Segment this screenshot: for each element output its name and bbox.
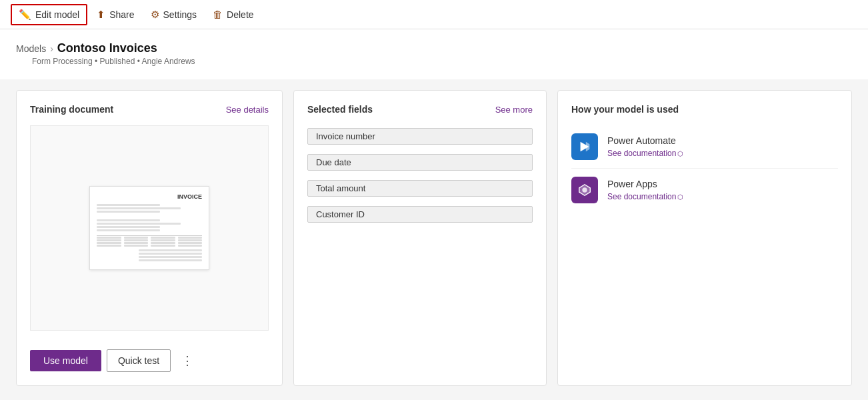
sub-author: Angie Andrews xyxy=(142,57,195,66)
edit-model-label: Edit model xyxy=(35,9,79,20)
power-apps-doc-label: See documentation xyxy=(607,192,676,201)
use-model-button[interactable]: Use model xyxy=(30,350,101,371)
power-apps-info: Power Apps See documentation ⬡ xyxy=(607,179,683,201)
power-apps-name: Power Apps xyxy=(607,179,683,189)
delete-icon: 🗑 xyxy=(213,9,223,20)
breadcrumb-separator: › xyxy=(50,43,53,54)
external-link-icon-2: ⬡ xyxy=(677,193,683,201)
usage-item-power-apps: Power Apps See documentation ⬡ xyxy=(571,169,838,211)
training-document-card: Training document See details INVOICE xyxy=(16,90,283,386)
svg-marker-1 xyxy=(586,142,590,152)
main-content: Training document See details INVOICE xyxy=(0,79,868,397)
usage-card: How your model is used Power Automate Se… xyxy=(557,90,852,386)
field-tag-customer-id: Customer ID xyxy=(307,206,533,223)
power-automate-name: Power Automate xyxy=(607,135,683,146)
breadcrumb-current: Contoso Invoices xyxy=(57,41,157,55)
quick-test-button[interactable]: Quick test xyxy=(107,349,171,372)
breadcrumb-sub: Form Processing • Published • Angie Andr… xyxy=(16,55,852,77)
sub-type: Form Processing xyxy=(32,57,93,66)
power-automate-info: Power Automate See documentation ⬡ xyxy=(607,135,683,158)
settings-label: Settings xyxy=(163,9,197,20)
settings-icon: ⚙ xyxy=(151,9,159,21)
toolbar: ✏️ Edit model ⬆ Share ⚙ Settings 🗑 Delet… xyxy=(0,0,868,29)
card-actions: Use model Quick test ⋮ xyxy=(30,341,269,372)
field-tag-invoice-number: Invoice number xyxy=(307,128,533,145)
usage-card-title: How your model is used xyxy=(571,104,679,115)
edit-icon: ✏️ xyxy=(19,9,31,21)
power-automate-doc-link[interactable]: See documentation ⬡ xyxy=(607,149,683,158)
power-apps-icon xyxy=(571,177,598,203)
share-icon: ⬆ xyxy=(97,9,105,21)
field-tag-due-date: Due date xyxy=(307,154,533,171)
more-options-button[interactable]: ⋮ xyxy=(176,351,199,371)
power-apps-doc-link[interactable]: See documentation ⬡ xyxy=(607,192,683,201)
document-preview: INVOICE xyxy=(30,125,269,331)
fields-card-header: Selected fields See more xyxy=(307,104,533,115)
svg-point-2 xyxy=(582,187,587,192)
breadcrumb: Models › Contoso Invoices xyxy=(16,41,852,55)
share-label: Share xyxy=(109,9,134,20)
delete-label: Delete xyxy=(227,9,253,20)
selected-fields-card: Selected fields See more Invoice number … xyxy=(293,90,547,386)
external-link-icon: ⬡ xyxy=(677,150,683,157)
training-card-header: Training document See details xyxy=(30,104,269,115)
field-tag-total-amount: Total amount xyxy=(307,180,533,197)
see-more-link[interactable]: See more xyxy=(495,105,533,115)
delete-button[interactable]: 🗑 Delete xyxy=(206,5,260,23)
training-card-title: Training document xyxy=(30,104,113,115)
usage-item-power-automate: Power Automate See documentation ⬡ xyxy=(571,125,838,169)
sub-status: Published xyxy=(100,57,135,66)
training-see-details-link[interactable]: See details xyxy=(226,105,269,115)
share-button[interactable]: ⬆ Share xyxy=(90,5,141,24)
breadcrumb-area: Models › Contoso Invoices Form Processin… xyxy=(0,29,868,79)
fields-list: Invoice number Due date Total amount Cus… xyxy=(307,125,533,225)
settings-button[interactable]: ⚙ Settings xyxy=(144,5,204,24)
power-automate-doc-label: See documentation xyxy=(607,149,676,158)
fields-card-title: Selected fields xyxy=(307,104,373,115)
power-automate-icon xyxy=(571,133,598,160)
usage-card-header: How your model is used xyxy=(571,104,838,115)
edit-model-button[interactable]: ✏️ Edit model xyxy=(11,4,87,25)
breadcrumb-parent[interactable]: Models xyxy=(16,43,46,54)
invoice-mock: INVOICE xyxy=(89,186,209,270)
